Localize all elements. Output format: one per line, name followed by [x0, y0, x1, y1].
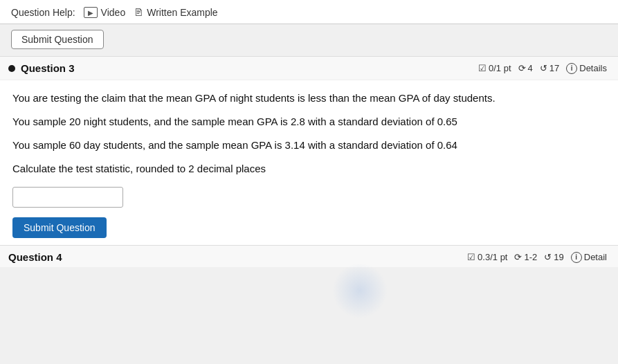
- written-example-label: Written Example: [147, 7, 217, 18]
- question3-info-item[interactable]: i Details: [566, 63, 607, 74]
- question4-score: 0.3/1 pt: [478, 252, 507, 262]
- question4-info-item[interactable]: i Detail: [571, 252, 607, 263]
- top-help-bar: Question Help: ▶ Video 🖹 Written Example: [0, 0, 618, 24]
- question4-meta-row: ☑ 0.3/1 pt ⟳ 1-2 ↺ 19 i Detail: [467, 252, 607, 263]
- question4-version: 19: [554, 252, 563, 262]
- question-help-label: Question Help:: [11, 7, 75, 18]
- question3-section: Question 3 ☑ 0/1 pt ⟳ 4 ↺ 17 i Details: [0, 56, 618, 245]
- question3-score-item: ☑ 0/1 pt: [478, 63, 511, 73]
- question3-text4: Calculate the test statistic, rounded to…: [12, 161, 606, 177]
- decorative-blob: [332, 263, 388, 318]
- page-wrapper: Question Help: ▶ Video 🖹 Written Example…: [0, 0, 618, 364]
- question4-title: Question 4: [8, 251, 62, 263]
- question4-retry: 1-2: [524, 252, 537, 262]
- test-statistic-input[interactable]: [12, 187, 123, 208]
- question3-text2: You sample 20 night students, and the sa…: [12, 113, 606, 130]
- question4-version-item: ↺ 19: [544, 252, 563, 262]
- video-label: Video: [101, 7, 126, 18]
- submit-top-button[interactable]: Submit Question: [11, 30, 104, 49]
- submit-top-area: Submit Question: [11, 30, 607, 49]
- check-icon: ☑: [478, 63, 487, 73]
- question3-retry: 4: [528, 63, 533, 73]
- question3-version-item: ↺ 17: [540, 63, 559, 73]
- submit-question3-button[interactable]: Submit Question: [12, 217, 107, 238]
- version-icon: ↺: [540, 63, 547, 73]
- check-icon-q4: ☑: [467, 252, 475, 262]
- question3-header: Question 3 ☑ 0/1 pt ⟳ 4 ↺ 17 i Details: [0, 56, 618, 80]
- question3-details[interactable]: Details: [579, 63, 607, 73]
- retry-icon-q4: ⟳: [514, 252, 522, 262]
- retry-icon: ⟳: [518, 63, 526, 73]
- question3-body: You are testing the claim that the mean …: [0, 80, 618, 245]
- document-icon: 🖹: [134, 7, 143, 18]
- question3-title: Question 3: [21, 62, 75, 74]
- question3-retry-item: ⟳ 4: [518, 63, 533, 73]
- info-icon: i: [566, 63, 577, 74]
- question3-text3: You sample 60 day students, and the samp…: [12, 137, 606, 154]
- written-example-help-item[interactable]: 🖹 Written Example: [134, 7, 217, 18]
- question4-header-row: Question 4 ☑ 0.3/1 pt ⟳ 1-2 ↺ 19 i Detai…: [0, 245, 618, 267]
- question3-text1: You are testing the claim that the mean …: [12, 90, 606, 107]
- question3-dot: [8, 65, 15, 72]
- video-help-item[interactable]: ▶ Video: [84, 7, 126, 18]
- question4-score-item: ☑ 0.3/1 pt: [467, 252, 507, 262]
- question4-details[interactable]: Detail: [584, 252, 607, 262]
- video-icon: ▶: [84, 7, 98, 18]
- question3-score: 0/1 pt: [489, 63, 511, 73]
- question3-version: 17: [549, 63, 559, 73]
- question4-title-row: Question 4: [8, 251, 62, 263]
- question3-title-row: Question 3: [8, 62, 75, 74]
- question4-retry-item: ⟳ 1-2: [514, 252, 537, 262]
- version-icon-q4: ↺: [544, 252, 552, 262]
- question3-meta-row: ☑ 0/1 pt ⟳ 4 ↺ 17 i Details: [478, 63, 607, 74]
- info-icon-q4: i: [571, 252, 582, 263]
